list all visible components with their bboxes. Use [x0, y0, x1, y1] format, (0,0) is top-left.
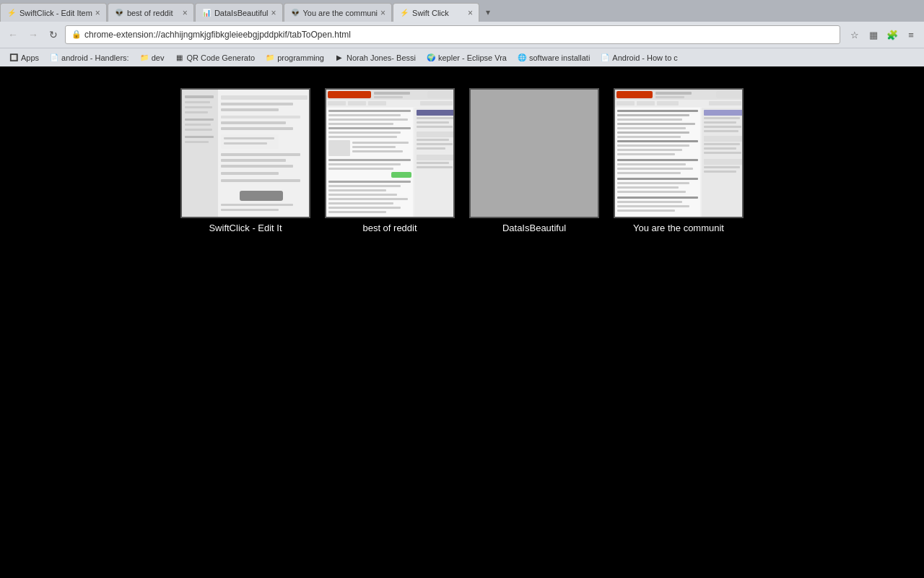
svg-rect-3 — [185, 101, 210, 103]
svg-rect-13 — [221, 108, 279, 111]
svg-rect-98 — [617, 153, 675, 155]
svg-rect-62 — [328, 211, 386, 213]
tab-title-4: You are the communi — [303, 9, 378, 17]
svg-rect-46 — [328, 136, 397, 138]
svg-rect-116 — [704, 130, 738, 132]
tab-card-swiftclick[interactable]: SwiftClick - Edit It — [180, 88, 310, 233]
tab-favicon-5: ⚡ — [399, 8, 409, 18]
tab-favicon-4: 👽 — [290, 8, 300, 18]
address-text: chrome-extension://achhijngmkjgfibkgleie… — [84, 30, 351, 40]
svg-rect-117 — [704, 136, 743, 142]
svg-rect-65 — [417, 117, 454, 119]
svg-rect-93 — [617, 131, 689, 134]
svg-rect-83 — [616, 101, 635, 105]
bookmark-dev-label: dev — [152, 53, 165, 62]
tab-title-2: best of reddit — [127, 9, 180, 17]
tab-close-3[interactable]: × — [271, 8, 276, 18]
refresh-button[interactable]: ↻ — [45, 26, 62, 43]
svg-rect-44 — [328, 127, 411, 129]
tabs-grid: SwiftClick - Edit It — [180, 88, 744, 233]
bookmark-dev[interactable]: 📁 dev — [135, 50, 169, 66]
tab-card-label-reddit: best of reddit — [362, 223, 417, 233]
menu-button[interactable]: ≡ — [902, 26, 920, 43]
svg-rect-14 — [221, 116, 300, 118]
svg-rect-67 — [417, 126, 453, 128]
bookmark-apps[interactable]: 🔲 Apps — [4, 50, 43, 66]
tab-close-2[interactable]: × — [183, 8, 188, 18]
svg-rect-69 — [417, 139, 449, 141]
svg-rect-95 — [617, 140, 698, 142]
tab-close-4[interactable]: × — [380, 8, 385, 18]
tab-card-dataisbeautiful[interactable]: DataIsBeautiful — [469, 88, 599, 233]
tab-thumbnail-dataisbeautiful[interactable] — [469, 88, 599, 218]
bookmark-android-icon: 📄 — [49, 53, 59, 63]
svg-rect-114 — [704, 121, 736, 124]
bookmark-apps-icon: 🔲 — [9, 53, 19, 63]
address-bar-row: ← → ↻ 🔒 chrome-extension://achhijngmkjgf… — [0, 22, 924, 48]
svg-rect-113 — [704, 117, 740, 119]
bookmark-programming[interactable]: 📁 programming — [261, 50, 328, 66]
forward-button[interactable]: → — [25, 26, 42, 43]
svg-rect-22 — [221, 165, 293, 168]
svg-rect-49 — [352, 146, 396, 148]
svg-rect-78 — [616, 91, 653, 98]
browser-frame: ⚡ SwiftClick - Edit Item × 👽 best of red… — [0, 0, 924, 66]
tab-close-5[interactable]: × — [468, 8, 473, 18]
svg-rect-18 — [224, 137, 274, 139]
svg-rect-100 — [617, 163, 686, 165]
svg-rect-6 — [185, 118, 214, 121]
svg-rect-20 — [221, 153, 300, 156]
svg-rect-81 — [716, 91, 741, 98]
address-actions: ☆ ▦ 🧩 ≡ — [846, 26, 920, 43]
tab-swiftclick-edit[interactable]: ⚡ SwiftClick - Edit Item × — [0, 3, 107, 22]
svg-rect-48 — [352, 142, 409, 144]
tab-card-reddit[interactable]: best of reddit — [325, 88, 455, 233]
tab-close-1[interactable]: × — [95, 8, 100, 18]
svg-rect-92 — [617, 127, 686, 129]
address-field[interactable]: 🔒 chrome-extension://achhijngmkjgfibkgle… — [65, 25, 840, 44]
bookmark-norah[interactable]: ▶ Norah Jones- Bessi — [330, 50, 420, 66]
bookmark-qr[interactable]: ▦ QR Code Generato — [170, 50, 259, 66]
svg-rect-103 — [617, 178, 698, 180]
extensions-button[interactable]: 🧩 — [884, 26, 901, 43]
tab-thumbnail-swiftclick[interactable] — [180, 88, 310, 218]
tab-dataisbeautiful[interactable]: 📊 DataIsBeautiful × — [195, 3, 283, 22]
svg-rect-94 — [617, 136, 681, 138]
tab-thumbnail-reddit[interactable] — [325, 88, 455, 218]
tab-bar: ⚡ SwiftClick - Edit Item × 👽 best of red… — [0, 0, 924, 22]
bookmark-star-button[interactable]: ☆ — [846, 26, 863, 43]
bookmark-android[interactable]: 📄 android - Handlers: — [45, 50, 134, 66]
svg-rect-96 — [617, 144, 689, 147]
svg-rect-45 — [328, 131, 401, 134]
svg-rect-2 — [185, 95, 214, 98]
bookmark-software-icon: 🌐 — [517, 53, 527, 63]
svg-rect-68 — [417, 131, 454, 137]
svg-rect-120 — [704, 152, 741, 154]
bookmark-qr-icon: ▦ — [174, 53, 184, 63]
svg-rect-60 — [328, 202, 393, 204]
svg-rect-55 — [328, 181, 411, 183]
bookmark-android2[interactable]: 📄 Android - How to c — [596, 50, 681, 66]
tab-overflow-button[interactable]: ▾ — [480, 3, 496, 22]
svg-rect-108 — [617, 201, 682, 203]
bookmark-android2-label: Android - How to c — [612, 53, 677, 62]
tab-card-community[interactable]: You are the communit — [614, 88, 744, 233]
bookmark-dev-icon: 📁 — [139, 53, 149, 63]
bookmark-kepler[interactable]: 🌍 kepler - Eclipse Vra — [422, 50, 511, 66]
tab-you-are-community[interactable]: 👽 You are the communi × — [284, 3, 393, 22]
qr-code-button[interactable]: ▦ — [865, 26, 882, 43]
tab-best-of-reddit[interactable]: 👽 best of reddit × — [108, 3, 194, 22]
tab-thumbnail-community[interactable] — [614, 88, 744, 218]
svg-rect-86 — [709, 101, 741, 105]
bookmark-software[interactable]: 🌐 software installati — [513, 50, 594, 66]
tab-swift-click[interactable]: ⚡ Swift Click × — [393, 3, 479, 22]
svg-rect-11 — [221, 95, 308, 100]
svg-rect-27 — [221, 209, 279, 211]
back-button[interactable]: ← — [4, 26, 22, 43]
svg-rect-64 — [417, 110, 454, 116]
tab-favicon-2: 👽 — [114, 8, 124, 18]
svg-rect-109 — [617, 205, 689, 207]
svg-rect-106 — [617, 191, 686, 193]
svg-rect-73 — [417, 162, 449, 164]
bookmark-norah-label: Norah Jones- Bessi — [346, 53, 416, 62]
